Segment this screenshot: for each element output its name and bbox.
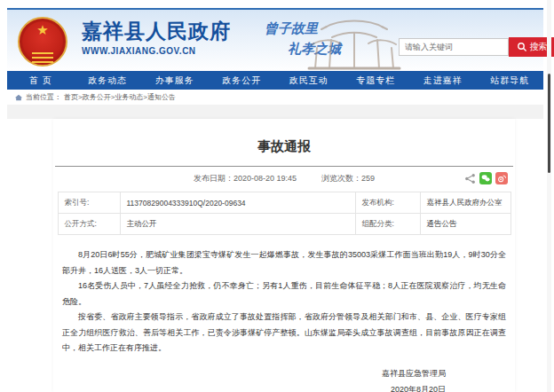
- share-icon[interactable]: [464, 173, 476, 184]
- page-title: 事故通报: [53, 119, 515, 155]
- breadcrumb: 当前位置： 首页>政务公开>业务动态>通知公告: [7, 90, 543, 105]
- article-card: 事故通报 发布日期： 2020-08-20 19:45 浏览次数： 259: [53, 119, 515, 392]
- search-button-label: 搜索: [530, 41, 548, 53]
- article-paragraph: 16名受伤人员中，7人虽经全力抢救，仍不幸身亡；另有1人重伤，目前生命体征平稳；…: [62, 278, 506, 310]
- category-label: 组配分类:: [355, 214, 420, 235]
- disclosure-method-label: 公开方式:: [58, 214, 120, 235]
- site-url: WWW.JIAXIANG.GOV.CN: [82, 46, 231, 56]
- site-title-block: 嘉祥县人民政府 WWW.JIAXIANG.GOV.CN: [82, 20, 231, 56]
- signature-block: 嘉祥县应急管理局 2020年8月20日: [62, 365, 506, 392]
- site-header: ★ 嘉祥县人民政府 WWW.JIAXIANG.GOV.CN 曾子故里 礼孝之城: [7, 8, 543, 73]
- search-input[interactable]: [399, 38, 509, 56]
- index-number-value: 11370829004333910Q/2020-09634: [120, 192, 355, 214]
- breadcrumb-path[interactable]: 首页>政务公开>业务动态>通知公告: [64, 92, 176, 102]
- nav-item-gov-disclosure[interactable]: 政务公开: [209, 71, 276, 90]
- emblem-star-icon: ★: [20, 23, 66, 36]
- nav-item-home[interactable]: 首 页: [7, 71, 75, 90]
- nav-item-services[interactable]: 办事服务: [141, 71, 209, 90]
- publish-date-label: 发布日期：: [194, 173, 233, 184]
- category-value: 通告公告: [420, 214, 510, 235]
- issuing-org-label: 发布机构:: [355, 192, 420, 214]
- nav-item-site-map[interactable]: 站群导航: [477, 71, 544, 90]
- nav-item-gov-news[interactable]: 政务动态: [75, 71, 142, 90]
- views-label: 浏览次数：: [321, 173, 361, 184]
- home-icon: [14, 93, 23, 102]
- share-toolbar: [464, 172, 508, 184]
- article-body: 8月20日6时55分，肥城矿业集团梁宝寺煤矿发生一起爆燃事故，发生事故的3500…: [62, 247, 506, 392]
- breadcrumb-prefix: 当前位置：: [26, 92, 61, 102]
- views-value: 259: [361, 174, 375, 183]
- article-paragraph: 按省委、省政府主要领导指示，省政府成立了事故处置指挥部，省政府分管领导及相关部门…: [62, 310, 506, 357]
- table-row: 公开方式: 主动公开 组配分类: 通告公告: [58, 214, 510, 235]
- signature-org: 嘉祥县应急管理局: [62, 365, 446, 381]
- index-number-label: 索引号:: [58, 192, 120, 214]
- scrollbar-thumb[interactable]: [548, 74, 550, 173]
- publish-date-value: 2020-08-20 19:45: [233, 174, 297, 183]
- scrollbar-track[interactable]: [547, 0, 551, 392]
- document-meta-table: 索引号: 11370829004333910Q/2020-09634 发布机构:…: [58, 192, 511, 235]
- nav-item-special-topics[interactable]: 专题专栏: [343, 71, 410, 90]
- weibo-icon[interactable]: [495, 172, 508, 184]
- site-name: 嘉祥县人民政府: [82, 20, 231, 44]
- page: ★ 嘉祥县人民政府 WWW.JIAXIANG.GOV.CN 曾子故里 礼孝之城: [0, 0, 554, 392]
- emblem-gate-icon: [32, 52, 53, 54]
- article-paragraph: 8月20日6时55分，肥城矿业集团梁宝寺煤矿发生一起爆燃事故，发生事故的3500…: [62, 247, 506, 278]
- table-row: 索引号: 11370829004333910Q/2020-09634 发布机构:…: [58, 192, 510, 214]
- signature-date: 2020年8月20日: [62, 381, 446, 392]
- archway-image: [300, 13, 408, 72]
- nav-item-interaction[interactable]: 政民互动: [275, 71, 343, 90]
- nav-item-about-jiaxiang[interactable]: 走进嘉祥: [409, 71, 477, 90]
- issuing-org-value: 嘉祥县人民政府办公室: [420, 192, 510, 214]
- article-meta-row: 发布日期： 2020-08-20 19:45 浏览次数： 259: [53, 167, 515, 190]
- disclosure-method-value: 主动公开: [120, 214, 355, 235]
- divider-band: [7, 105, 543, 119]
- main-nav: 首 页 政务动态 办事服务 政务公开 政民互动 专题专栏 走进嘉祥 站群导航: [7, 71, 543, 90]
- search-icon: [517, 42, 527, 52]
- wechat-icon[interactable]: [479, 172, 492, 184]
- national-emblem-icon: ★: [18, 17, 67, 67]
